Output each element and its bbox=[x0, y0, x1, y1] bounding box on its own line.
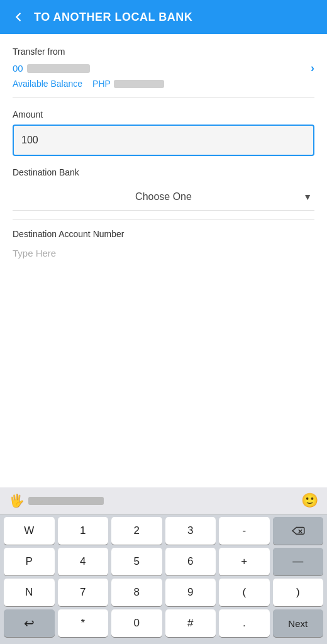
content-area: Transfer from 00 › Available Balance PHP… bbox=[0, 34, 327, 487]
choose-one-text: Choose One bbox=[23, 191, 304, 203]
transfer-from-row[interactable]: 00 › bbox=[13, 62, 314, 75]
next-button[interactable]: Next bbox=[273, 609, 324, 637]
key-5[interactable]: 5 bbox=[111, 548, 162, 575]
key-4[interactable]: 4 bbox=[58, 548, 109, 575]
chevron-right-icon[interactable]: › bbox=[311, 62, 314, 75]
dropdown-arrow-icon: ▼ bbox=[303, 192, 312, 202]
key-n[interactable]: N bbox=[4, 579, 55, 606]
keyboard-rows: W 1 2 3 - P 4 5 6 + — N 7 bbox=[0, 514, 327, 644]
header: TO ANOTHER LOCAL BANK bbox=[0, 0, 327, 34]
key-w[interactable]: W bbox=[4, 517, 55, 545]
key-0[interactable]: 0 bbox=[111, 609, 162, 637]
amount-input[interactable] bbox=[21, 135, 306, 146]
key-3[interactable]: 3 bbox=[165, 517, 216, 545]
balance-value: PHP bbox=[92, 79, 164, 89]
destination-account-label: Destination Account Number bbox=[13, 229, 314, 239]
key-asterisk[interactable]: * bbox=[58, 609, 109, 637]
balance-currency: PHP bbox=[92, 79, 111, 89]
key-1[interactable]: 1 bbox=[58, 517, 109, 545]
page-title: TO ANOTHER LOCAL BANK bbox=[34, 11, 192, 24]
account-prefix: 00 bbox=[13, 63, 23, 74]
transfer-from-label: Transfer from bbox=[13, 47, 314, 57]
keyboard: 🖐 🙂 W 1 2 3 - P 4 5 6 bbox=[0, 487, 327, 644]
key-return[interactable]: ↩ bbox=[4, 609, 55, 637]
key-7[interactable]: 7 bbox=[58, 579, 109, 606]
key-row-4: ↩ * 0 # . Next bbox=[4, 609, 323, 637]
balance-amount-blur bbox=[114, 80, 164, 88]
amount-label: Amount bbox=[13, 109, 314, 119]
key-minus[interactable]: - bbox=[219, 517, 270, 545]
key-row-2: P 4 5 6 + — bbox=[4, 548, 323, 575]
destination-bank-dropdown[interactable]: Choose One ▼ bbox=[13, 184, 314, 211]
key-plus[interactable]: + bbox=[219, 548, 270, 575]
amount-input-wrapper[interactable] bbox=[13, 125, 314, 156]
key-open-paren[interactable]: ( bbox=[219, 579, 270, 606]
key-9[interactable]: 9 bbox=[165, 579, 216, 606]
key-hash[interactable]: # bbox=[165, 609, 216, 637]
balance-row: Available Balance PHP bbox=[13, 79, 314, 98]
keyboard-toolbar: 🖐 🙂 bbox=[0, 487, 327, 514]
account-number-blur bbox=[27, 64, 90, 73]
destination-bank-section: Destination Bank Choose One ▼ bbox=[13, 167, 314, 211]
emoji-icon[interactable]: 🙂 bbox=[301, 492, 318, 509]
key-close-paren[interactable]: ) bbox=[273, 579, 324, 606]
keyboard-hand-icon: 🖐 bbox=[9, 493, 25, 508]
key-backspace[interactable] bbox=[273, 517, 324, 545]
account-number: 00 bbox=[13, 63, 90, 74]
key-row-1: W 1 2 3 - bbox=[4, 517, 323, 545]
key-8[interactable]: 8 bbox=[111, 579, 162, 606]
key-em-dash[interactable]: — bbox=[273, 548, 324, 575]
keyboard-toolbar-left: 🖐 bbox=[9, 493, 104, 508]
keyboard-toolbar-blur bbox=[28, 497, 104, 505]
key-period[interactable]: . bbox=[219, 609, 270, 637]
key-row-3: N 7 8 9 ( ) bbox=[4, 579, 323, 606]
divider bbox=[13, 219, 314, 220]
key-p[interactable]: P bbox=[4, 548, 55, 575]
destination-account-section: Destination Account Number Type Here bbox=[13, 229, 314, 261]
key-6[interactable]: 6 bbox=[165, 548, 216, 575]
balance-label: Available Balance bbox=[13, 79, 82, 89]
key-2[interactable]: 2 bbox=[111, 517, 162, 545]
destination-account-placeholder[interactable]: Type Here bbox=[13, 245, 314, 261]
amount-section: Amount bbox=[13, 109, 314, 156]
destination-bank-label: Destination Bank bbox=[13, 167, 314, 177]
back-button[interactable] bbox=[11, 10, 25, 24]
